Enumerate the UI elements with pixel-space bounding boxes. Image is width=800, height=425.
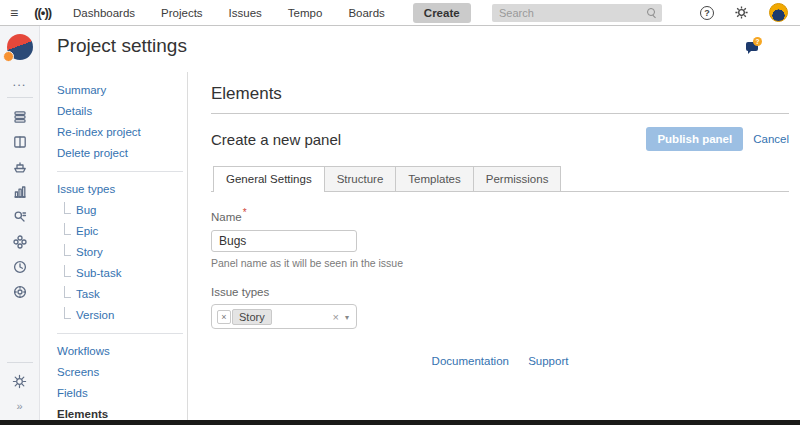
app-logo[interactable]: ((•))	[34, 5, 51, 20]
releases-ship-icon[interactable]	[12, 159, 28, 175]
nav-item-tempo[interactable]: Tempo	[288, 7, 323, 19]
menu-item-reindex[interactable]: Re-index project	[57, 122, 183, 143]
issue-search-icon[interactable]	[12, 209, 28, 225]
menu-item-fields[interactable]: Fields	[57, 383, 183, 404]
support-link[interactable]: Support	[528, 355, 568, 367]
menu-item-task[interactable]: Task	[57, 284, 183, 305]
page-title: Project settings	[57, 35, 187, 57]
settings-gear-icon[interactable]	[12, 374, 28, 390]
tab-structure[interactable]: Structure	[324, 166, 397, 191]
search-icon	[647, 8, 657, 18]
menu-item-delete-project[interactable]: Delete project	[57, 143, 183, 164]
selected-tag-story: Story	[232, 309, 272, 325]
nav-item-dashboards[interactable]: Dashboards	[73, 7, 135, 19]
tab-general-settings[interactable]: General Settings	[213, 166, 325, 192]
tab-bar: General Settings Structure Templates Per…	[211, 166, 789, 192]
board-icon[interactable]	[12, 134, 28, 150]
more-icon[interactable]: ...	[13, 74, 27, 89]
tree-connector	[64, 286, 71, 298]
help-icon[interactable]: ?	[700, 6, 714, 20]
feedback-icon[interactable]: ?	[746, 39, 762, 53]
chevron-down-icon[interactable]: ▾	[345, 313, 349, 322]
topnav-menu: Dashboards Projects Issues Tempo Boards	[73, 7, 411, 19]
gear-icon[interactable]	[734, 5, 749, 20]
nav-item-projects[interactable]: Projects	[161, 7, 203, 19]
name-input[interactable]	[211, 230, 357, 252]
menu-divider	[57, 171, 183, 172]
feedback-bubble-tail	[748, 50, 752, 54]
nav-item-boards[interactable]: Boards	[348, 7, 384, 19]
section-title: Elements	[211, 84, 789, 114]
required-asterisk: *	[243, 207, 247, 218]
cancel-link[interactable]: Cancel	[753, 133, 789, 145]
topnav-right: ?	[492, 3, 800, 22]
tree-connector	[64, 202, 71, 214]
name-help-text: Panel name as it will be seen in the iss…	[211, 257, 789, 269]
addons-icon[interactable]	[12, 234, 28, 250]
backlog-icon[interactable]	[12, 109, 28, 125]
rail-divider-bottom	[7, 362, 33, 363]
tree-connector	[64, 244, 71, 256]
name-label: Name*	[211, 211, 247, 223]
menu-item-epic[interactable]: Epic	[57, 221, 183, 242]
expand-rail-icon[interactable]: »	[16, 400, 22, 412]
menu-item-issue-types[interactable]: Issue types	[57, 179, 183, 200]
menu-item-workflows[interactable]: Workflows	[57, 341, 183, 362]
documentation-link[interactable]: Documentation	[432, 355, 509, 367]
publish-panel-button[interactable]: Publish panel	[646, 127, 743, 151]
menu-item-version[interactable]: Version	[57, 305, 183, 326]
rail-icons	[12, 104, 28, 304]
menu-item-summary[interactable]: Summary	[57, 80, 183, 101]
remove-tag-icon[interactable]: ×	[217, 310, 231, 324]
menu-item-details[interactable]: Details	[57, 101, 183, 122]
project-icon-rail: ... »	[0, 26, 40, 420]
menu-item-bug[interactable]: Bug	[57, 200, 183, 221]
hamburger-icon[interactable]: ≡	[10, 6, 18, 20]
issue-types-label: Issue types	[211, 286, 789, 298]
project-avatar-badge	[3, 51, 14, 62]
search-box[interactable]	[492, 4, 662, 22]
menu-content-divider	[187, 72, 188, 420]
general-settings-form: Name* Panel name as it will be seen in t…	[211, 207, 789, 367]
project-settings-menu: Summary Details Re-index project Delete …	[57, 80, 183, 425]
project-avatar[interactable]	[7, 34, 33, 60]
footer-links: Documentation Support	[211, 355, 789, 367]
search-input[interactable]	[497, 6, 647, 20]
tree-connector	[64, 265, 71, 277]
tab-templates[interactable]: Templates	[395, 166, 473, 191]
menu-item-subtask[interactable]: Sub-task	[57, 263, 183, 284]
tab-permissions[interactable]: Permissions	[473, 166, 562, 191]
panel-actions: Publish panel Cancel	[646, 127, 789, 151]
issue-types-select[interactable]: × Story × ▾	[211, 304, 357, 329]
menu-divider	[57, 333, 183, 334]
menu-item-story[interactable]: Story	[57, 242, 183, 263]
nav-item-issues[interactable]: Issues	[229, 7, 262, 19]
reports-icon[interactable]	[12, 184, 28, 200]
rail-bottom: »	[0, 356, 39, 420]
tree-connector	[64, 223, 71, 235]
top-navigation-bar: ≡ ((•)) Dashboards Projects Issues Tempo…	[0, 0, 800, 26]
tree-connector	[64, 307, 71, 319]
feedback-question-badge: ?	[753, 37, 762, 46]
menu-item-screens[interactable]: Screens	[57, 362, 183, 383]
create-button[interactable]: Create	[413, 3, 471, 23]
user-avatar[interactable]	[769, 3, 788, 22]
clear-select-icon[interactable]: ×	[333, 311, 339, 323]
history-clock-icon[interactable]	[12, 259, 28, 275]
project-settings-icon[interactable]	[12, 284, 28, 300]
panel-title: Create a new panel	[211, 131, 341, 148]
panel-header: Create a new panel Publish panel Cancel	[211, 127, 789, 151]
page-header: Project settings ?	[41, 26, 800, 70]
rail-divider	[7, 97, 33, 98]
window-bottom-edge	[0, 420, 800, 425]
main-content: Elements Create a new panel Publish pane…	[211, 70, 789, 367]
